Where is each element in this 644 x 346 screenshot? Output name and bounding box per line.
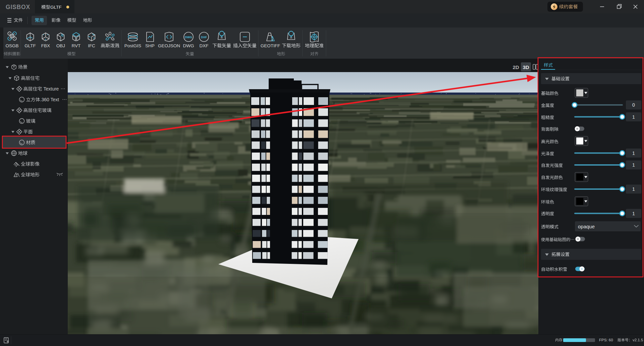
- svg-text:DXF: DXF: [200, 43, 209, 48]
- svg-text:opaque: opaque: [578, 224, 595, 229]
- svg-text:1: 1: [632, 186, 635, 192]
- svg-text:1: 1: [632, 162, 635, 168]
- svg-text:FBX: FBX: [41, 43, 50, 48]
- svg-text:GEOTIFF: GEOTIFF: [261, 43, 280, 48]
- svg-text:DXF: DXF: [201, 36, 207, 39]
- svg-text:1: 1: [632, 114, 635, 120]
- svg-text:FPS: 60: FPS: 60: [599, 338, 613, 342]
- svg-text:0: 0: [632, 102, 635, 108]
- svg-text:DWG: DWG: [185, 36, 192, 39]
- svg-text:.360 Text: .360 Text: [40, 97, 59, 102]
- svg-text:IFC: IFC: [88, 43, 95, 48]
- svg-text:3D: 3D: [523, 64, 529, 70]
- svg-text:2D: 2D: [513, 64, 519, 70]
- svg-text:1: 1: [632, 151, 635, 156]
- svg-text:GLTF: GLTF: [50, 5, 62, 10]
- svg-text:v2.1.5: v2.1.5: [633, 338, 643, 342]
- svg-text:GEOJSON: GEOJSON: [158, 43, 180, 48]
- svg-text:Texture: Texture: [44, 86, 59, 92]
- svg-text:OBJ: OBJ: [56, 43, 65, 48]
- svg-text:RVT: RVT: [72, 43, 81, 48]
- svg-text:OSGB: OSGB: [5, 43, 18, 48]
- svg-text:GISBOX: GISBOX: [6, 4, 30, 10]
- svg-text:1: 1: [632, 211, 635, 216]
- svg-text:PostGIS: PostGIS: [124, 43, 141, 48]
- svg-text:SHP: SHP: [145, 43, 155, 48]
- svg-text:GLTF: GLTF: [24, 43, 36, 48]
- svg-text:DWG: DWG: [183, 43, 194, 48]
